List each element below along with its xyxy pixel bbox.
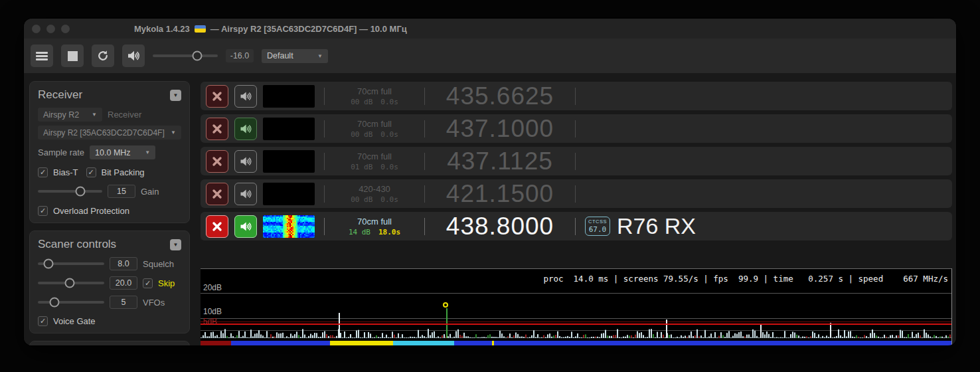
mute-vfo-button[interactable] bbox=[234, 118, 257, 140]
toolbar: -16.0 Default ▼ bbox=[24, 39, 956, 73]
rescan-button[interactable] bbox=[92, 45, 114, 67]
bias-t-checkbox[interactable]: ✓ bbox=[38, 167, 48, 177]
close-icon bbox=[211, 188, 223, 200]
driver-label: Receiver bbox=[108, 110, 141, 120]
stop-icon bbox=[68, 51, 78, 61]
divider bbox=[324, 153, 325, 170]
close-icon bbox=[211, 155, 223, 167]
vfos-input[interactable] bbox=[110, 296, 137, 309]
vfos-slider[interactable] bbox=[38, 297, 104, 308]
waterfall-thumbnail[interactable] bbox=[263, 118, 315, 140]
divider bbox=[324, 88, 325, 105]
close-button[interactable] bbox=[32, 25, 41, 33]
device-dropdown[interactable]: Airspy R2 [35AC63DC2D7C6D4F] ▼ bbox=[38, 126, 181, 140]
close-icon bbox=[211, 90, 223, 102]
scan-tick bbox=[492, 341, 494, 345]
band-info: 420-430 00 dB 0.0s bbox=[334, 184, 415, 204]
vfos-slider-thumb[interactable] bbox=[50, 298, 60, 308]
overload-protection-checkbox[interactable]: ✓ bbox=[38, 206, 48, 216]
skip-slider[interactable] bbox=[38, 278, 104, 288]
check-icon: ✓ bbox=[40, 207, 46, 215]
delete-vfo-button[interactable] bbox=[206, 118, 228, 140]
ctcss-value: 67.0 bbox=[588, 225, 607, 234]
delete-vfo-button[interactable] bbox=[206, 215, 228, 238]
volume-slider-track[interactable] bbox=[153, 54, 218, 57]
voice-gate-checkbox[interactable]: ✓ bbox=[38, 316, 48, 326]
profile-dropdown[interactable]: Default ▼ bbox=[262, 49, 328, 63]
squelch-input[interactable] bbox=[110, 257, 137, 270]
mute-vfo-button[interactable] bbox=[234, 85, 257, 108]
vfos-label: VFOs bbox=[143, 298, 165, 308]
vfo-row[interactable]: 70cm full 00 dB 0.0s 435.6625 bbox=[201, 82, 952, 110]
mute-vfo-button[interactable] bbox=[234, 183, 257, 205]
band-info: 70cm full 00 dB 0.0s bbox=[334, 86, 415, 106]
app-body: Receiver ▼ Airspy R2 ▼ Receiver Airspy R… bbox=[24, 73, 956, 345]
driver-dropdown[interactable]: Airspy R2 ▼ bbox=[38, 108, 102, 122]
audio-mute-button[interactable] bbox=[122, 45, 145, 67]
check-icon: ✓ bbox=[40, 168, 46, 176]
gain-slider[interactable] bbox=[38, 186, 102, 197]
frequency-display: 437.1125 bbox=[434, 147, 566, 175]
waterfall-thumbnail[interactable] bbox=[263, 150, 315, 173]
delete-vfo-button[interactable] bbox=[206, 85, 228, 108]
chevron-down-icon: ▼ bbox=[145, 149, 150, 155]
skip-input[interactable] bbox=[110, 276, 137, 290]
chevron-down-icon: ▼ bbox=[171, 130, 176, 136]
divider bbox=[575, 88, 576, 105]
minimize-button[interactable] bbox=[46, 25, 55, 33]
active-duration: 18.0s bbox=[378, 228, 400, 236]
waterfall-thumbnail[interactable] bbox=[263, 85, 315, 108]
bit-packing-label: Bit Packing bbox=[102, 167, 145, 177]
vfo-row[interactable]: 70cm full 00 dB 0.0s 437.1000 bbox=[201, 114, 952, 143]
divider bbox=[324, 185, 325, 203]
hamburger-icon bbox=[36, 50, 48, 62]
vfo-row[interactable]: 70cm full 14 dB 18.0s 438.8000 CTCSS 67.… bbox=[201, 212, 952, 240]
frequency-display: 438.8000 bbox=[434, 213, 566, 240]
gain-slider-track[interactable] bbox=[38, 190, 102, 193]
menu-button[interactable] bbox=[31, 45, 53, 67]
driver-dropdown-value: Airspy R2 bbox=[43, 110, 79, 120]
delete-vfo-button[interactable] bbox=[206, 150, 228, 173]
device-dropdown-value: Airspy R2 [35AC63DC2D7C6D4F] bbox=[43, 128, 165, 138]
squelch-slider-thumb[interactable] bbox=[44, 259, 54, 269]
volume-readout: -16.0 bbox=[226, 49, 254, 62]
divider bbox=[424, 153, 425, 170]
gain-input[interactable] bbox=[108, 185, 135, 198]
overload-protection-label: Overload Protection bbox=[53, 206, 129, 216]
signal-level: 00 dB bbox=[351, 130, 372, 139]
mute-vfo-button[interactable] bbox=[234, 150, 257, 173]
axis-label-20db: 20dB bbox=[203, 283, 222, 292]
spectrum-stats: proc 14.0 ms | screens 79.55/s | fps 99.… bbox=[543, 274, 948, 284]
squelch-label: Squelch bbox=[143, 259, 174, 269]
volume-slider[interactable] bbox=[153, 50, 218, 61]
receiver-panel-title: Receiver bbox=[38, 88, 82, 102]
gain-label: Gain bbox=[141, 187, 159, 197]
station-name: R76 RX bbox=[617, 213, 696, 239]
gain-slider-thumb[interactable] bbox=[76, 187, 86, 197]
receiver-collapse-button[interactable]: ▼ bbox=[170, 90, 181, 101]
skip-slider-thumb[interactable] bbox=[65, 278, 75, 288]
vfos-slider-track[interactable] bbox=[38, 301, 104, 304]
signal-level: 00 dB bbox=[351, 98, 372, 106]
mute-vfo-button[interactable] bbox=[234, 215, 257, 238]
signal-level: 00 dB bbox=[351, 195, 372, 204]
squelch-slider[interactable] bbox=[38, 258, 104, 269]
vfo-row[interactable]: 70cm full 01 dB 0.0s 437.1125 bbox=[201, 147, 952, 175]
maximize-button[interactable] bbox=[61, 25, 70, 33]
band-info: 70cm full 00 dB 0.0s bbox=[334, 119, 415, 139]
waterfall-thumbnail[interactable] bbox=[263, 215, 315, 238]
waterfall-thumbnail[interactable] bbox=[263, 183, 315, 205]
band-name: 70cm full bbox=[334, 119, 415, 129]
check-icon: ✓ bbox=[88, 168, 94, 176]
vfo-row[interactable]: 420-430 00 dB 0.0s 421.1500 bbox=[201, 179, 952, 208]
skip-checkbox[interactable]: ✓ bbox=[143, 278, 153, 288]
profile-dropdown-value: Default bbox=[267, 51, 293, 60]
sample-rate-dropdown[interactable]: 10.0 MHz ▼ bbox=[90, 145, 155, 159]
speaker-icon bbox=[238, 89, 253, 104]
volume-slider-thumb[interactable] bbox=[192, 51, 202, 61]
scanner-controls-collapse-button[interactable]: ▼ bbox=[170, 239, 181, 250]
bit-packing-checkbox[interactable]: ✓ bbox=[86, 167, 96, 177]
stop-button[interactable] bbox=[61, 45, 84, 67]
gridline-20db bbox=[201, 293, 951, 294]
delete-vfo-button[interactable] bbox=[206, 183, 228, 205]
